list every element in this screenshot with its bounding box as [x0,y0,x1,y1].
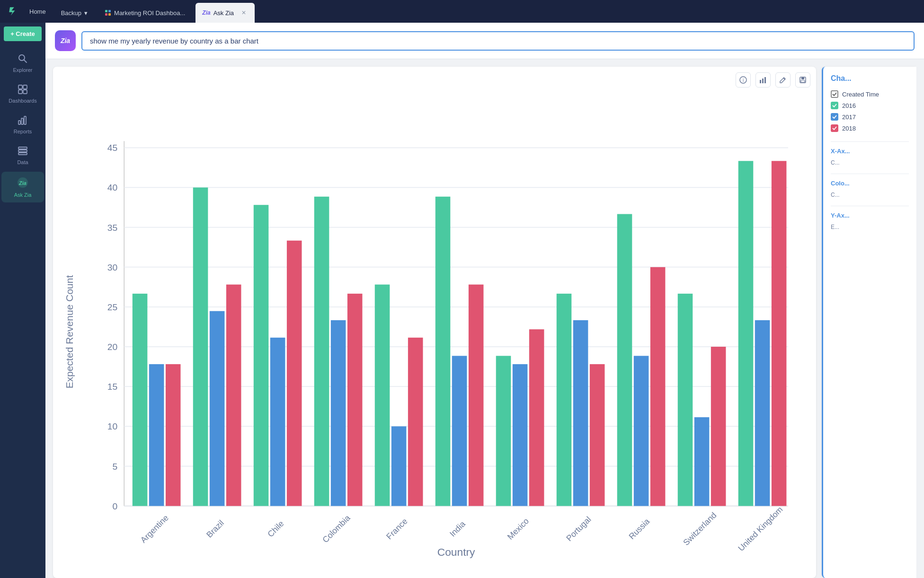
svg-rect-74 [513,364,528,506]
info-button[interactable]: i [736,72,751,88]
svg-text:45: 45 [107,143,117,153]
svg-text:10: 10 [107,421,117,431]
svg-rect-9 [23,90,27,94]
data-icon [18,146,28,158]
svg-rect-85 [678,294,693,506]
sidebar-item-dashboards[interactable]: Dashboards [1,79,44,108]
content-area: Zia i [45,23,924,578]
year-2018-label: 2018 [842,125,856,132]
year-2018-checkbox[interactable] [831,124,838,132]
zia-logo: Zia [55,30,76,51]
sidebar-item-data[interactable]: Data [1,141,44,170]
svg-rect-70 [452,356,467,506]
legend-section: Created Time 2016 2017 [831,88,909,134]
svg-rect-58 [270,338,285,506]
marketing-tab[interactable]: Marketing ROI Dashboa... [98,3,192,23]
backup-tab[interactable]: Backup ▾ [54,3,94,23]
legend-2018[interactable]: 2018 [831,123,909,134]
svg-rect-1 [108,10,111,12]
svg-rect-51 [166,364,181,506]
svg-rect-54 [210,311,225,506]
bar-chart: Expected Revenue Count [58,90,805,573]
svg-rect-55 [226,285,241,506]
search-input[interactable] [82,32,914,50]
svg-rect-61 [314,197,329,506]
created-time-checkbox[interactable] [831,90,838,98]
svg-rect-53 [193,187,208,506]
sidebar-item-reports[interactable]: Reports [1,110,44,139]
right-panel: Cha... Created Time 2016 [822,67,916,578]
y-axis-section-value: E... [831,222,909,232]
svg-text:Country: Country [437,546,475,558]
x-axis-section-label: X-Ax... [831,148,909,155]
dashboards-icon [18,84,28,96]
svg-text:Colombia: Colombia [320,513,352,545]
svg-rect-75 [529,329,544,506]
create-button[interactable]: + Create [4,26,42,41]
svg-rect-86 [694,417,710,506]
svg-rect-82 [634,356,649,506]
chart-type-button[interactable] [755,72,771,88]
svg-rect-6 [18,85,22,89]
chart-container: i [45,59,924,578]
svg-text:France: France [384,517,409,542]
close-tab-icon[interactable]: ✕ [240,9,248,17]
svg-rect-71 [469,285,484,506]
save-button[interactable] [795,72,810,88]
home-tab[interactable]: Home [25,5,51,18]
svg-text:Mexico: Mexico [506,516,531,541]
svg-rect-10 [18,121,20,124]
svg-rect-13 [18,147,27,149]
svg-text:Expected Revenue Count: Expected Revenue Count [64,275,75,389]
svg-rect-73 [496,356,511,506]
ask-zia-tab[interactable]: Zia Ask Zia ✕ [195,3,255,23]
search-area: Zia [45,23,924,59]
year-2016-label: 2016 [842,102,856,109]
legend-2017[interactable]: 2017 [831,111,909,123]
svg-rect-7 [23,85,27,89]
svg-rect-59 [287,241,302,506]
svg-text:Zia: Zia [18,180,27,186]
svg-rect-65 [375,285,390,506]
color-section-value: C... [831,190,909,200]
year-2016-checkbox[interactable] [831,102,838,109]
svg-rect-20 [760,80,761,83]
svg-text:25: 25 [107,302,117,312]
svg-rect-87 [711,347,726,506]
edit-button[interactable] [775,72,791,88]
year-2017-label: 2017 [842,114,856,121]
svg-rect-67 [408,338,423,506]
divider-3 [831,206,909,206]
app-logo [6,4,21,19]
legend-2016[interactable]: 2016 [831,100,909,111]
svg-rect-91 [772,161,787,506]
svg-text:Argentine: Argentine [139,513,170,544]
ask-zia-icon: Zia [17,176,29,190]
legend-created-time[interactable]: Created Time [831,88,909,100]
svg-rect-69 [435,197,451,506]
svg-rect-21 [762,79,764,83]
svg-rect-83 [650,267,666,506]
svg-rect-15 [18,153,27,155]
svg-text:Switzerland: Switzerland [681,510,718,547]
svg-rect-25 [801,80,805,82]
svg-text:United Kingdom: United Kingdom [736,505,784,553]
svg-rect-22 [764,77,766,83]
svg-line-5 [24,60,27,63]
svg-rect-0 [105,10,107,12]
svg-rect-8 [18,90,22,94]
svg-text:Brazil: Brazil [204,518,226,539]
svg-rect-63 [347,294,363,506]
svg-text:Russia: Russia [627,517,651,541]
sidebar: + Create Explorer Dashboards [0,23,45,578]
sidebar-item-ask-zia[interactable]: Zia Ask Zia [1,172,44,202]
svg-rect-77 [557,294,572,506]
svg-rect-49 [133,294,148,506]
svg-rect-12 [24,116,26,124]
chart-panel: i [53,67,816,578]
topbar: Home Backup ▾ Marketing ROI Dashboa... Z… [0,0,924,23]
sidebar-item-explorer[interactable]: Explorer [1,49,44,78]
year-2017-checkbox[interactable] [831,113,838,121]
svg-rect-50 [149,364,164,506]
svg-rect-2 [105,13,107,16]
